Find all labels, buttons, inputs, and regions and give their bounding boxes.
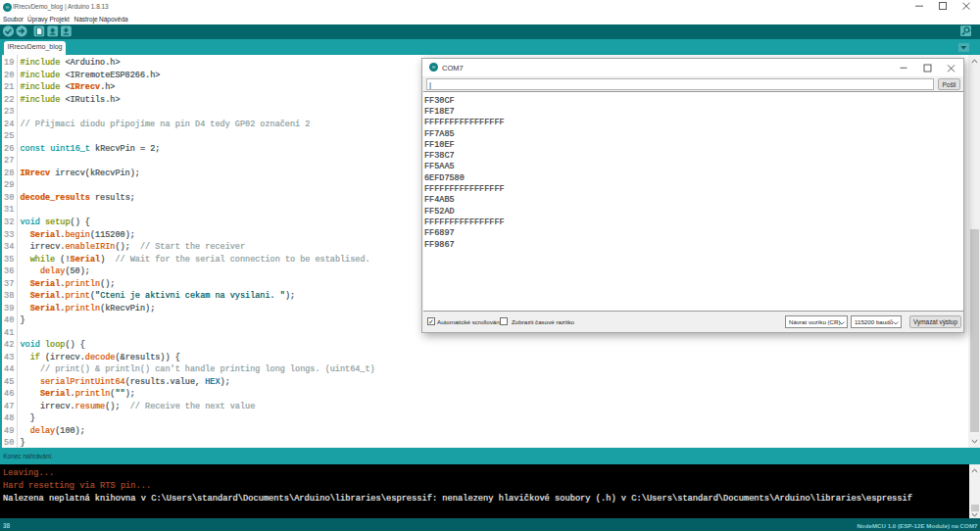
svg-text:∞: ∞ — [6, 4, 10, 10]
